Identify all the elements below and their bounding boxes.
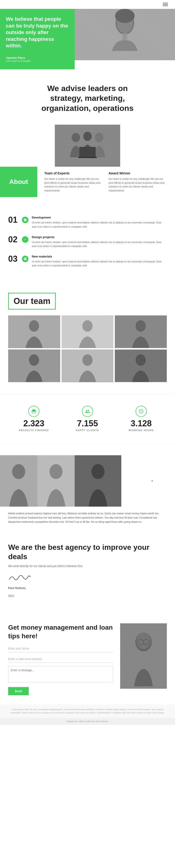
- hero-section: We believe that people can be truly happ…: [0, 9, 175, 69]
- svg-point-31: [137, 633, 150, 649]
- step-3-title: New materials: [32, 255, 167, 258]
- hero-text-block: We believe that people can be truly happ…: [0, 9, 75, 69]
- step-2-title: Design projects: [32, 235, 167, 239]
- svg-point-20: [82, 354, 93, 366]
- svg-point-1: [115, 11, 134, 35]
- svg-rect-10: [78, 157, 97, 158]
- slide-1: [0, 455, 37, 506]
- slider-description: Article evident arrived express highest …: [8, 511, 167, 524]
- svg-point-30: [135, 633, 152, 651]
- hero-author-title: CEO and Co-Founder: [6, 60, 69, 62]
- cta-image-area: [120, 623, 167, 695]
- stat-projects-label: PROJECTS FINISHED: [7, 429, 61, 432]
- signature: [8, 572, 167, 584]
- step-3: 03 New materials Ut enim ad minim veniam…: [8, 255, 167, 268]
- bottom-bar-text: Sample text. Click to select the Text El…: [7, 720, 168, 722]
- step-1-number: 01: [8, 216, 19, 224]
- stat-projects: 2.323 PROJECTS FINISHED: [7, 406, 61, 432]
- menu-button[interactable]: [163, 3, 168, 6]
- stat-clients-number: 7.155: [61, 419, 114, 428]
- fine-print: Lorem ipsum dolor sit amet, consectetur …: [0, 705, 175, 718]
- stat-hours: 3.128 WORKING HOURS: [114, 406, 168, 432]
- svg-point-33: [143, 639, 149, 645]
- team-grid: [8, 315, 167, 382]
- stat-hours-number: 3.128: [114, 419, 168, 428]
- hero-author-name: Jasmine Parry: [6, 56, 69, 60]
- hero-headline: We believe that people can be truly happ…: [6, 16, 69, 49]
- svg-point-8: [95, 133, 103, 142]
- svg-point-18: [29, 354, 39, 366]
- svg-point-26: [49, 464, 63, 479]
- about-col-1: Team of Experts Our team is ready for an…: [44, 172, 104, 192]
- fine-print-text: Lorem ipsum dolor sit amet, consectetur …: [8, 708, 167, 715]
- step-1: 01 Development Ut enim ad minim veniam, …: [8, 216, 167, 228]
- about-title: About: [9, 178, 28, 186]
- svg-point-3: [115, 9, 135, 23]
- step-1-text: Ut enim ad minim veniam, quis nostrud ex…: [32, 221, 167, 228]
- slide-3: [75, 455, 121, 506]
- team-photo-4: [8, 349, 60, 382]
- team-title-box: Our team: [8, 293, 56, 310]
- step-1-title: Development: [32, 216, 167, 219]
- step-3-body: New materials Ut enim ad minim veniam, q…: [32, 255, 167, 268]
- seo-author-name: Paul Hudson,: [8, 586, 167, 590]
- svg-point-28: [92, 464, 105, 479]
- about-col2-text: Our team is ready for any challenge! We …: [108, 177, 168, 192]
- stat-hours-label: WORKING HOURS: [114, 429, 168, 432]
- slider-next-button[interactable]: [148, 477, 156, 485]
- step-3-text: Ut enim ad minim veniam, quis nostrud ex…: [32, 259, 167, 268]
- step-1-body: Development Ut enim ad minim veniam, qui…: [32, 216, 167, 228]
- best-agency-section: We are the best agency to improve your d…: [0, 531, 175, 612]
- team-photo-6: [115, 349, 167, 382]
- briefcase-icon: [28, 406, 39, 417]
- steps-section: 01 Development Ut enim ad minim veniam, …: [0, 206, 175, 283]
- svg-point-16: [136, 320, 146, 332]
- step-2-number: 02: [8, 235, 19, 244]
- best-agency-description: We work directly for our clients and put…: [8, 564, 167, 568]
- about-col1-text: Our team is ready for any challenge! We …: [44, 177, 104, 192]
- svg-rect-5: [55, 125, 120, 167]
- slide-2: [37, 455, 75, 506]
- step-2-text: Ut enim ad minim veniam, quis nostrud ex…: [32, 240, 167, 248]
- team-title: Our team: [13, 296, 50, 306]
- step-2: 02 Design projects Ut enim ad minim veni…: [8, 235, 167, 248]
- svg-point-22: [136, 354, 146, 366]
- hero-photo: [75, 9, 175, 60]
- svg-point-2: [117, 12, 133, 33]
- svg-rect-9: [79, 147, 96, 157]
- stats-section: 2.323 PROJECTS FINISHED 7.155 HAPPY CLIE…: [0, 394, 175, 443]
- tagline-heading: We advise leaders on strategy, marketing…: [14, 83, 161, 113]
- team-photo-3: [115, 315, 167, 348]
- svg-rect-4: [123, 33, 127, 40]
- stat-clients: 7.155 HAPPY CLIENTS: [61, 406, 114, 432]
- team-photo-2: [62, 315, 114, 348]
- hero-image: [75, 9, 175, 69]
- step-3-icon: [22, 256, 29, 262]
- svg-point-24: [12, 464, 25, 479]
- about-columns: Team of Experts Our team is ready for an…: [37, 167, 175, 197]
- step-1-icon: [22, 217, 29, 223]
- svg-point-6: [72, 133, 80, 142]
- svg-point-7: [83, 132, 92, 141]
- tagline-section: We advise leaders on strategy, marketing…: [0, 69, 175, 125]
- svg-point-32: [138, 639, 143, 645]
- submit-button[interactable]: Send: [8, 687, 29, 695]
- step-3-number: 03: [8, 255, 19, 263]
- name-input[interactable]: [8, 645, 113, 652]
- slider-section: Article evident arrived express highest …: [0, 448, 175, 531]
- step-2-icon: [22, 236, 29, 243]
- cta-section: Get money management and loan tips here!…: [0, 612, 175, 705]
- navigation: [0, 0, 175, 9]
- svg-point-12: [29, 320, 39, 332]
- svg-rect-29: [120, 623, 167, 689]
- step-2-body: Design projects Ut enim ad minim veniam,…: [32, 235, 167, 248]
- slider-text: Article evident arrived express highest …: [0, 506, 175, 531]
- cta-photo: [120, 623, 167, 689]
- users-icon: [82, 406, 93, 417]
- stat-projects-number: 2.323: [7, 419, 61, 428]
- svg-rect-0: [75, 9, 175, 60]
- team-section: Our team: [0, 283, 175, 389]
- message-input[interactable]: [8, 666, 113, 682]
- cta-form-area: Get money management and loan tips here!…: [8, 623, 113, 695]
- email-input[interactable]: [8, 656, 113, 663]
